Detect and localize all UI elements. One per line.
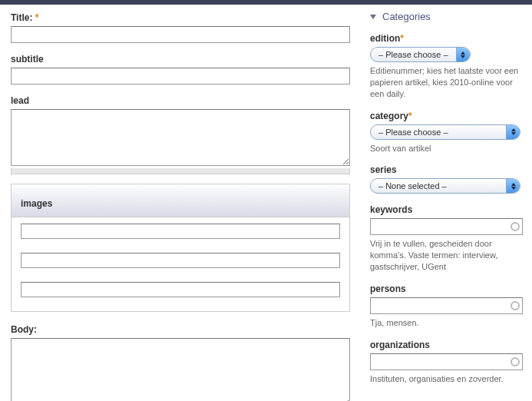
organizations-label: organizations [370,340,523,350]
main-form: Title: * subtitle lead images Body [0,5,361,401]
category-select[interactable]: – Please choose – [370,124,520,140]
sidebar-heading: Categories [382,11,431,22]
series-select[interactable]: – None selected – [370,178,520,194]
category-selected: – Please choose – [371,125,456,139]
edition-select[interactable]: – Please choose – [370,47,471,62]
required-mark: * [35,12,39,23]
keywords-input[interactable] [370,218,523,235]
chevron-updown-icon [506,179,520,193]
subtitle-input[interactable] [11,68,350,85]
edition-label-text: edition [370,33,400,44]
spinner-icon [511,357,520,366]
images-label: images [21,198,340,209]
series-selected: – None selected – [371,179,454,193]
persons-help: Tja, mensen. [370,317,523,329]
body-textarea[interactable] [11,338,350,401]
title-label-text: Title: [11,12,32,23]
resize-handle[interactable] [11,168,350,174]
category-help: Soort van artikel [370,143,523,154]
lead-label: lead [11,95,350,106]
subtitle-label: subtitle [11,54,350,65]
body-label: Body: [11,324,350,335]
sidebar: Categories edition* – Please choose – Ed… [361,5,532,401]
persons-label: persons [370,283,523,294]
series-label: series [370,164,523,175]
lead-textarea[interactable] [11,109,350,166]
category-label: category* [370,111,523,121]
image-input-0[interactable] [21,224,340,239]
spinner-icon [511,301,520,310]
persons-input[interactable] [370,297,523,314]
organizations-input[interactable] [370,353,523,370]
edition-help: Editienummer; kies het laatste voor een … [370,65,523,100]
edition-label: edition* [370,33,523,44]
title-input[interactable] [11,26,350,43]
chevron-updown-icon [506,125,520,139]
edition-selected: – Please choose – [371,48,456,61]
chevron-updown-icon [456,48,470,61]
organizations-help: Instituten, organisaties en zoverder. [370,373,523,385]
title-label: Title: * [11,12,350,23]
images-panel: images [11,184,350,312]
spinner-icon [511,222,520,231]
collapse-icon[interactable] [370,15,376,19]
image-input-1[interactable] [21,253,340,268]
category-label-text: category [370,111,408,121]
required-mark: * [400,33,404,44]
keywords-label: keywords [370,204,523,215]
required-mark: * [408,111,412,121]
keywords-help: Vrij in te vullen, gescheiden door komma… [370,238,523,273]
image-input-2[interactable] [21,282,340,297]
